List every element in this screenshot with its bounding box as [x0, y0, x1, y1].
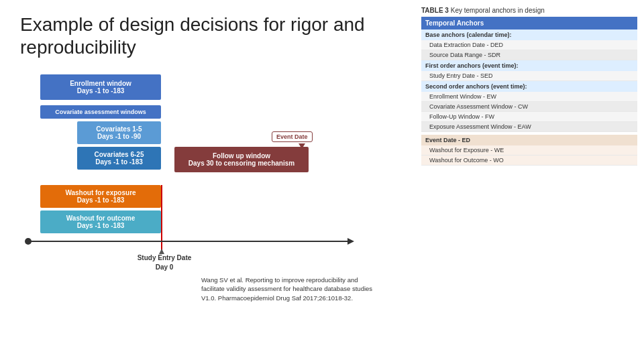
washout-outcome-bar: Washout for outcome Days -1 to -183: [40, 210, 161, 233]
study-entry-line: [161, 185, 162, 252]
cov2-bar: Covariates 6-25 Days -1 to -183: [77, 147, 161, 170]
event-date-arrow: [299, 143, 305, 149]
enrollment-bar: Enrollment window Days -1 to -183: [40, 74, 161, 100]
timeline-arrow-icon: [347, 238, 354, 245]
data-row: Enrollment Window - EW: [421, 92, 637, 102]
data-row: Covariate Assessment Window - CW: [421, 102, 637, 112]
slide-title: Example of design decisions for rigor an…: [20, 13, 402, 58]
data-row: Follow-Up Window - FW: [421, 112, 637, 122]
study-entry-label: Study Entry Date: [124, 254, 205, 261]
anchor-table: Temporal Anchors: [421, 17, 637, 29]
section-header-row: Base anchors (calendar time):: [421, 29, 637, 40]
section-header-row: First order anchors (event time):: [421, 60, 637, 72]
anchor-table-body: Base anchors (calendar time):Data Extrac…: [421, 29, 637, 166]
data-row: Data Extraction Date - DED: [421, 40, 637, 50]
citation-text: Wang SV et al. Reporting to improve repr…: [201, 276, 376, 302]
data-row: Source Data Range - SDR: [421, 50, 637, 60]
cov1-bar: Covariates 1-5 Days -1 to -90: [77, 121, 161, 144]
event-date-label: Event Date: [272, 131, 313, 142]
table-header-row: Temporal Anchors: [421, 17, 637, 29]
data-row: Study Entry Date - SED: [421, 71, 637, 81]
study-entry-day: Day 0: [124, 263, 205, 271]
diagram-area: Enrollment window Days -1 to -183 Covari…: [20, 68, 409, 302]
section-header-row: Second order anchors (event time):: [421, 81, 637, 93]
study-entry-arrow-icon: [159, 249, 164, 254]
data-row-orange: Washout for Exposure - WE: [421, 145, 637, 156]
followup-bar: Follow up window Days 30 to censoring me…: [174, 147, 309, 172]
covariate-label: Covariate assessment windows: [40, 105, 161, 119]
timeline-line: [27, 241, 349, 242]
data-row-orange: Washout for Outcome - WO: [421, 155, 637, 165]
section-header-orange-row: Event Date - ED: [421, 135, 637, 145]
data-row: Exposure Assessment Window - EAW: [421, 122, 637, 132]
left-panel: Example of design decisions for rigor an…: [0, 0, 416, 362]
washout-exposure-bar: Washout for exposure Days -1 to -183: [40, 185, 161, 208]
table-caption: TABLE 3 Key temporal anchors in design: [421, 7, 637, 14]
right-panel: TABLE 3 Key temporal anchors in design T…: [416, 0, 644, 362]
